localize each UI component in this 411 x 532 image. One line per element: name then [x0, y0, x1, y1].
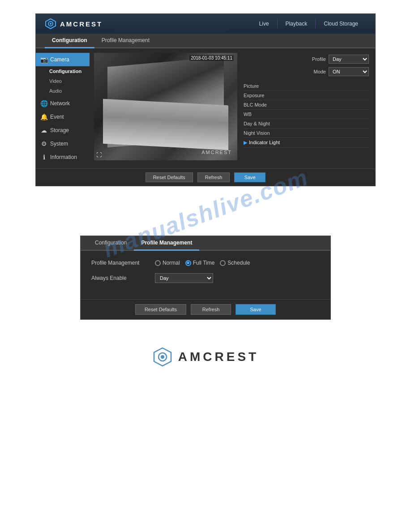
radio-full-time-circle — [185, 260, 191, 266]
event-icon: 🔔 — [40, 113, 47, 120]
expand-icon[interactable]: ⛶ — [96, 152, 102, 158]
radio-schedule-label: Schedule — [227, 260, 250, 266]
app-header: AMCREST Live Playback Cloud Storage — [36, 14, 375, 34]
watermark-area: manualshlive.com — [0, 186, 411, 231]
radio-normal[interactable]: Normal — [155, 260, 180, 266]
sidebar-item-event[interactable]: 🔔 Event — [36, 110, 90, 124]
profile-select[interactable]: Day Night Normal — [329, 55, 369, 64]
main-tabs: Configuration Profile Management — [36, 34, 375, 48]
sidebar: 📷 Camera Configuration Video Audio 🌐 Net… — [36, 48, 90, 168]
video-watermark: AMCREST — [201, 150, 232, 155]
radio-full-time[interactable]: Full Time — [185, 260, 215, 266]
sidebar-event-label: Event — [50, 114, 64, 120]
sidebar-sub-video[interactable]: Video — [36, 76, 90, 86]
sidebar-system-label: System — [50, 141, 68, 147]
settings-panel: Profile Day Night Normal Mode ON OFF Pic — [242, 53, 371, 164]
svg-point-5 — [161, 355, 164, 359]
mode-select[interactable]: ON OFF — [329, 67, 369, 76]
reset-defaults-button[interactable]: Reset Defaults — [146, 172, 193, 182]
mode-label: Mode — [313, 69, 326, 74]
always-enable-label: Always Enable — [91, 275, 150, 281]
radio-schedule[interactable]: Schedule — [220, 260, 250, 266]
sidebar-network-label: Network — [50, 100, 70, 107]
amcrest-logo-icon — [45, 18, 56, 30]
app-title: AMCREST — [60, 20, 103, 28]
bottom-amcrest-logo-icon — [152, 347, 173, 367]
indicator-arrow: ▶ — [244, 140, 247, 145]
tab-profile-management[interactable]: Profile Management — [94, 34, 157, 48]
tab-configuration[interactable]: Configuration — [45, 34, 94, 48]
radio-full-time-label: Full Time — [193, 260, 215, 266]
settings-blc-mode[interactable]: BLC Mode — [244, 100, 369, 110]
refresh-button[interactable]: Refresh — [197, 172, 230, 182]
profile-footer: Reset Defaults Refresh Save — [81, 299, 330, 319]
settings-night-vision[interactable]: Night Vision — [244, 129, 369, 138]
settings-indicator-light[interactable]: ▶Indicator Light — [244, 138, 369, 148]
sidebar-camera-label: Camera — [50, 56, 69, 63]
sidebar-sub-audio[interactable]: Audio — [36, 86, 90, 96]
settings-exposure[interactable]: Exposure — [244, 91, 369, 100]
mode-row: Mode ON OFF — [244, 67, 369, 76]
settings-picture[interactable]: Picture — [244, 82, 369, 91]
sidebar-camera-section: 📷 Camera Configuration Video Audio — [36, 53, 90, 96]
settings-list: Picture Exposure BLC Mode WB Day & Night… — [244, 82, 369, 148]
top-nav: Live Playback Cloud Storage — [251, 19, 366, 29]
radio-group: Normal Full Time Schedule — [155, 260, 250, 266]
sidebar-item-system[interactable]: ⚙ System — [36, 137, 90, 150]
nav-live[interactable]: Live — [251, 19, 278, 29]
cam-body: 📷 Camera Configuration Video Audio 🌐 Net… — [36, 48, 375, 168]
prof-save-button[interactable]: Save — [235, 304, 276, 315]
bottom-logo-text: AMCREST — [178, 350, 259, 364]
profile-row: Profile Day Night Normal — [244, 55, 369, 64]
prof-reset-defaults-button[interactable]: Reset Defaults — [135, 304, 186, 315]
sidebar-item-storage[interactable]: ☁ Storage — [36, 124, 90, 137]
svg-point-2 — [50, 23, 51, 25]
radio-normal-label: Normal — [163, 260, 180, 266]
information-icon: ℹ — [40, 154, 47, 161]
logo: AMCREST — [45, 18, 103, 30]
sidebar-sub-configuration[interactable]: Configuration — [36, 66, 90, 76]
bottom-logo-area: AMCREST — [0, 347, 411, 385]
system-icon: ⚙ — [40, 140, 47, 147]
video-feed — [94, 53, 237, 160]
nav-cloud-storage[interactable]: Cloud Storage — [316, 19, 366, 29]
sidebar-item-network[interactable]: 🌐 Network — [36, 97, 90, 110]
cam-main-content: 2018-01-03 10:45:11 AMCREST ⛶ Profile Da… — [90, 48, 375, 168]
video-feed-wrapper: 2018-01-03 10:45:11 AMCREST ⛶ — [94, 53, 237, 160]
storage-icon: ☁ — [40, 127, 47, 134]
prof-refresh-button[interactable]: Refresh — [191, 304, 231, 315]
profile-label: Profile — [312, 56, 326, 62]
profile-management-row: Profile Management Normal Full Time Sche… — [91, 260, 320, 266]
radio-normal-circle — [155, 260, 161, 266]
profile-management-label: Profile Management — [91, 260, 150, 266]
settings-day-night[interactable]: Day & Night — [244, 119, 369, 129]
main-camera-ui: AMCREST Live Playback Cloud Storage Conf… — [35, 13, 376, 186]
settings-wb[interactable]: WB — [244, 110, 369, 119]
network-icon: 🌐 — [40, 100, 47, 107]
camera-icon: 📷 — [40, 56, 47, 63]
video-timestamp: 2018-01-03 10:45:11 — [189, 55, 234, 61]
sidebar-storage-label: Storage — [50, 127, 69, 133]
video-column: 2018-01-03 10:45:11 AMCREST ⛶ — [94, 53, 237, 164]
radio-schedule-circle — [220, 260, 226, 266]
sidebar-information-label: Information — [50, 154, 77, 160]
always-enable-select[interactable]: Day Night Normal — [155, 273, 213, 283]
nav-playback[interactable]: Playback — [278, 19, 316, 29]
sidebar-item-information[interactable]: ℹ Information — [36, 150, 90, 164]
cam-footer: Reset Defaults Refresh Save — [36, 168, 375, 186]
always-enable-row: Always Enable Day Night Normal — [91, 273, 320, 283]
sidebar-item-camera[interactable]: 📷 Camera — [36, 53, 90, 66]
